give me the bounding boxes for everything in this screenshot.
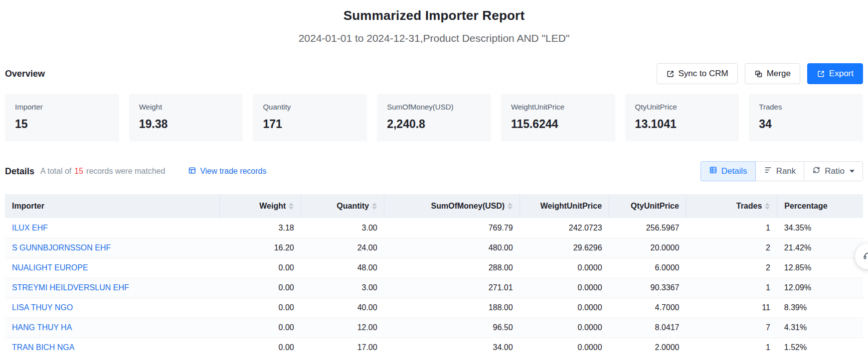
table-header-row: ImporterWeightQuantitySumOfMoney(USD)Wei… (5, 194, 863, 218)
cell-quantity: 24.00 (301, 238, 384, 258)
sync-to-crm-button[interactable]: Sync to CRM (657, 63, 738, 84)
table-body: ILUX EHF3.183.00769.79242.0723256.596713… (5, 218, 863, 356)
cell-weightunitprice: 242.0723 (520, 218, 609, 238)
cell-weightunitprice: 29.6296 (520, 238, 609, 258)
importer-cell: HANG THUY HA (5, 318, 219, 338)
cell-qtyunitprice: 256.5967 (609, 218, 687, 238)
cell-weight: 0.00 (219, 318, 301, 338)
cell-percentage: 12.09% (777, 278, 863, 298)
sort-icon[interactable] (765, 203, 770, 210)
stat-card-label: Weight (139, 103, 233, 111)
importer-link[interactable]: TRAN BICH NGA (12, 343, 74, 352)
importer-link[interactable]: HANG THUY HA (12, 323, 72, 332)
stat-card-label: Quantity (263, 103, 357, 111)
sort-icon[interactable] (289, 203, 294, 210)
importer-link[interactable]: STREYMI HEILDVERSLUN EHF (12, 283, 129, 292)
merge-label: Merge (767, 69, 791, 79)
sort-icon[interactable] (508, 203, 513, 210)
trade-records-icon (188, 166, 196, 177)
table-row: LISA THUY NGO0.0040.00188.000.00004.7000… (5, 298, 863, 318)
cell-trades: 1 (686, 338, 777, 356)
column-header-importer: Importer (5, 194, 219, 218)
table-row: HANG THUY HA0.0012.0096.500.00008.041774… (5, 318, 863, 338)
tab-ratio-label: Ratio (825, 166, 845, 176)
tab-details[interactable]: Details (700, 161, 756, 181)
column-header-label: QtyUnitPrice (631, 202, 679, 211)
cell-percentage: 4.31% (777, 318, 863, 338)
stat-card-label: Trades (759, 103, 853, 111)
chevron-down-icon (850, 170, 855, 173)
column-header-quantity[interactable]: Quantity (301, 194, 384, 218)
stat-card-importer: Importer15 (5, 94, 119, 141)
stat-card-sumofmoney-usd: SumOfMoney(USD)2,240.8 (377, 94, 491, 141)
cell-weightunitprice: 0.0000 (520, 338, 609, 356)
column-header-label: Trades (736, 202, 762, 211)
stat-card-value: 19.38 (139, 118, 233, 131)
cell-trades: 1 (686, 218, 777, 238)
tab-rank[interactable]: Rank (755, 161, 805, 181)
cell-sumofmoney-usd: 188.00 (384, 298, 520, 318)
importer-table-wrap: ImporterWeightQuantitySumOfMoney(USD)Wei… (5, 194, 863, 356)
merge-icon (754, 70, 763, 78)
cell-qtyunitprice: 90.3367 (609, 278, 687, 298)
tab-ratio[interactable]: Ratio (804, 161, 863, 181)
importer-cell: LISA THUY NGO (5, 298, 219, 318)
stat-card-label: QtyUnitPrice (635, 103, 729, 111)
cell-quantity: 3.00 (301, 218, 384, 238)
export-icon (817, 70, 825, 78)
stat-card-value: 15 (15, 118, 109, 131)
importer-link[interactable]: LISA THUY NGO (12, 303, 73, 312)
cell-trades: 2 (686, 238, 777, 258)
importer-cell: TRAN BICH NGA (5, 338, 219, 356)
column-header-label: Weight (259, 202, 286, 211)
table-row: S GUNNBJORNSSON EHF16.2024.00480.0029.62… (5, 238, 863, 258)
stat-card-value: 34 (759, 118, 853, 131)
importer-link[interactable]: S GUNNBJORNSSON EHF (12, 243, 111, 252)
cell-trades: 1 (686, 278, 777, 298)
column-header-weight[interactable]: Weight (219, 194, 301, 218)
importer-cell: STREYMI HEILDVERSLUN EHF (5, 278, 219, 298)
cell-trades: 11 (686, 298, 777, 318)
importer-table: ImporterWeightQuantitySumOfMoney(USD)Wei… (5, 194, 863, 356)
cell-qtyunitprice: 6.0000 (609, 258, 687, 278)
importer-cell: ILUX EHF (5, 218, 219, 238)
cell-weightunitprice: 0.0000 (520, 298, 609, 318)
sync-to-crm-label: Sync to CRM (679, 69, 728, 79)
column-header-weightunitprice: WeightUnitPrice (520, 194, 609, 218)
merge-button[interactable]: Merge (745, 63, 800, 84)
cell-percentage: 12.85% (777, 258, 863, 278)
view-trade-records-label: View trade records (200, 167, 266, 176)
importer-link[interactable]: NUALIGHT EUROPE (12, 263, 88, 272)
column-header-sumofmoney-usd[interactable]: SumOfMoney(USD) (384, 194, 520, 218)
stat-card-label: WeightUnitPrice (511, 103, 605, 111)
summarized-importer-report-page: Summarized Importer Report 2024-01-01 to… (0, 0, 868, 356)
cell-qtyunitprice: 2.0000 (609, 338, 687, 356)
tab-rank-label: Rank (776, 166, 796, 176)
cell-weightunitprice: 0.0000 (520, 318, 609, 338)
rank-tab-icon (764, 166, 772, 177)
cell-sumofmoney-usd: 271.01 (384, 278, 520, 298)
cell-qtyunitprice: 4.7000 (609, 298, 687, 318)
cell-percentage: 8.39% (777, 298, 863, 318)
cell-qtyunitprice: 20.0000 (609, 238, 687, 258)
stat-card-value: 171 (263, 118, 357, 131)
importer-link[interactable]: ILUX EHF (12, 224, 48, 232)
details-summary: Details A total of 15 records were match… (5, 166, 267, 177)
stat-card-quantity: Quantity171 (253, 94, 367, 141)
cell-weight: 0.00 (219, 298, 301, 318)
view-trade-records-link[interactable]: View trade records (188, 166, 266, 177)
headset-icon (863, 250, 868, 263)
table-row: ILUX EHF3.183.00769.79242.0723256.596713… (5, 218, 863, 238)
export-button[interactable]: Export (807, 63, 863, 84)
column-header-percentage: Percentage (777, 194, 863, 218)
stat-card-value: 13.1041 (635, 118, 729, 131)
column-header-trades[interactable]: Trades (686, 194, 777, 218)
ratio-tab-icon (812, 166, 821, 177)
page-title: Summarized Importer Report (5, 0, 863, 23)
importer-cell: NUALIGHT EUROPE (5, 258, 219, 278)
cell-weightunitprice: 0.0000 (520, 258, 609, 278)
sort-icon[interactable] (372, 203, 377, 210)
cell-quantity: 3.00 (301, 278, 384, 298)
column-header-label: Quantity (337, 202, 369, 211)
cell-percentage: 34.35% (777, 218, 863, 238)
